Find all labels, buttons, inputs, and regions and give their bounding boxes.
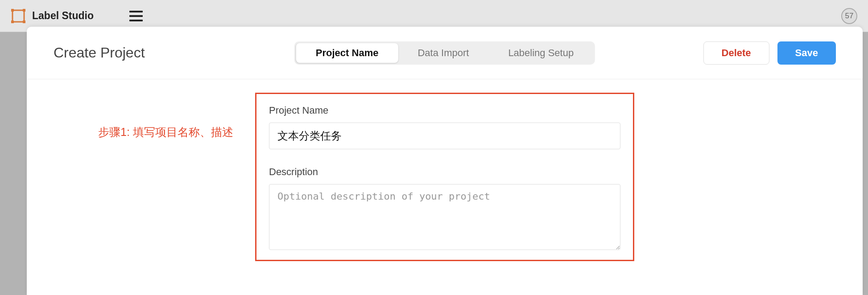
tab-labeling-setup[interactable]: Labeling Setup (488, 43, 593, 63)
step-tabs: Project Name Data Import Labeling Setup (294, 41, 595, 65)
modal-body: 步骤1: 填写项目名称、描述 Project Name Description (27, 79, 863, 261)
notification-badge[interactable]: 57 (841, 8, 857, 24)
svg-rect-4 (23, 20, 25, 23)
svg-rect-1 (11, 9, 14, 12)
modal-actions: Delete Save (703, 41, 836, 65)
svg-rect-2 (23, 9, 25, 12)
modal-title: Create Project (54, 45, 145, 61)
save-button[interactable]: Save (777, 41, 836, 65)
project-name-input[interactable] (269, 123, 620, 149)
annotation-step1: 步骤1: 填写项目名称、描述 (98, 125, 233, 139)
label-studio-logo-icon (11, 8, 26, 24)
modal-header: Create Project Project Name Data Import … (27, 27, 863, 79)
description-label: Description (269, 166, 620, 178)
project-name-label: Project Name (269, 105, 620, 116)
tab-data-import[interactable]: Data Import (398, 43, 488, 63)
tab-project-name[interactable]: Project Name (296, 43, 398, 63)
delete-button[interactable]: Delete (703, 41, 769, 65)
create-project-modal: Create Project Project Name Data Import … (27, 27, 863, 295)
app-name: Label Studio (32, 10, 94, 22)
app-logo[interactable]: Label Studio (11, 8, 94, 24)
svg-rect-0 (12, 10, 24, 22)
project-form-highlight: Project Name Description (255, 93, 634, 261)
description-textarea[interactable] (269, 184, 620, 250)
svg-rect-3 (11, 20, 14, 23)
hamburger-menu-icon[interactable] (129, 11, 143, 21)
